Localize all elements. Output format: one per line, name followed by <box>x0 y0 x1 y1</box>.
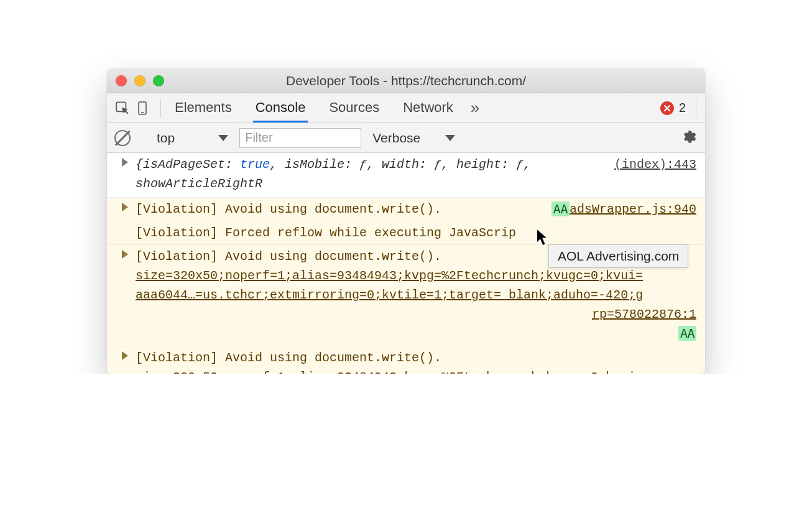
disclosure-triangle-icon[interactable] <box>122 351 128 360</box>
log-level-label: Verbose <box>372 131 420 145</box>
log-level-selector[interactable]: Verbose <box>372 131 455 145</box>
disclosure-triangle-icon[interactable] <box>122 158 128 167</box>
request-url-tail[interactable]: rp=578022876:1 <box>122 305 696 324</box>
panel-tabs-bar: Elements Console Sources Network » 2 <box>107 93 705 123</box>
source-link[interactable]: adsWrapper.js:940 <box>570 200 696 219</box>
request-url-line1[interactable]: size=320x50;noperf=1;alias=93484943;kvpg… <box>122 367 696 374</box>
filter-input[interactable] <box>239 128 361 148</box>
console-row-violation[interactable]: AA adsWrapper.js:940 [Violation] Avoid u… <box>107 198 705 221</box>
disclosure-triangle-icon[interactable] <box>122 250 128 259</box>
settings-icon[interactable] <box>680 129 696 147</box>
inspect-element-icon[interactable] <box>112 98 133 119</box>
request-url-line2[interactable]: aaa6044…=us.tchcr;extmirroring=0;kvtile=… <box>122 285 696 305</box>
console-toolbar: top Verbose <box>107 123 705 153</box>
chevron-down-icon <box>218 135 228 141</box>
tab-sources[interactable]: Sources <box>326 94 382 122</box>
tab-elements[interactable]: Elements <box>172 94 234 122</box>
traffic-lights <box>116 75 164 86</box>
violation-message: [Violation] Avoid using document.write()… <box>122 348 696 367</box>
request-url-line1[interactable]: size=320x50;noperf=1;alias=93484943;kvpg… <box>122 266 696 285</box>
devtools-window: Developer Tools - https://techcrunch.com… <box>107 68 705 374</box>
titlebar: Developer Tools - https://techcrunch.com… <box>107 68 705 93</box>
violation-message: [Violation] Forced reflow while executin… <box>136 226 516 240</box>
thirdparty-badge[interactable]: AA <box>551 201 570 216</box>
thirdparty-badge[interactable]: AA <box>678 326 696 341</box>
panel-tabs: Elements Console Sources Network <box>172 94 456 122</box>
object-preview[interactable]: {isAdPageSet: true, isMobile: ƒ, width: … <box>122 155 696 193</box>
console-row[interactable]: (index):443 {isAdPageSet: true, isMobile… <box>107 153 705 198</box>
status-area: 2 <box>660 101 686 115</box>
error-count[interactable]: 2 <box>679 101 686 115</box>
tab-network[interactable]: Network <box>400 94 456 122</box>
window-title: Developer Tools - https://techcrunch.com… <box>107 73 705 88</box>
more-tabs-button[interactable]: » <box>471 98 479 118</box>
window-maximize-button[interactable] <box>153 75 164 86</box>
clear-console-icon[interactable] <box>114 130 131 146</box>
device-toolbar-icon[interactable] <box>133 98 154 119</box>
tab-console[interactable]: Console <box>253 94 308 122</box>
context-selector[interactable]: top <box>152 129 233 147</box>
console-row-violation[interactable]: [Violation] Forced reflow while executin… <box>107 221 705 245</box>
error-icon[interactable] <box>660 101 674 115</box>
window-minimize-button[interactable] <box>134 75 145 86</box>
chevron-down-icon <box>445 135 455 141</box>
tooltip: AOL Advertising.com <box>548 244 688 268</box>
separator <box>160 99 161 118</box>
context-label: top <box>157 131 175 145</box>
separator <box>696 99 696 118</box>
console-row-violation[interactable]: [Violation] Avoid using document.write()… <box>107 346 705 374</box>
source-link[interactable]: (index):443 <box>614 155 696 174</box>
window-close-button[interactable] <box>116 75 127 86</box>
disclosure-triangle-icon[interactable] <box>122 203 128 211</box>
